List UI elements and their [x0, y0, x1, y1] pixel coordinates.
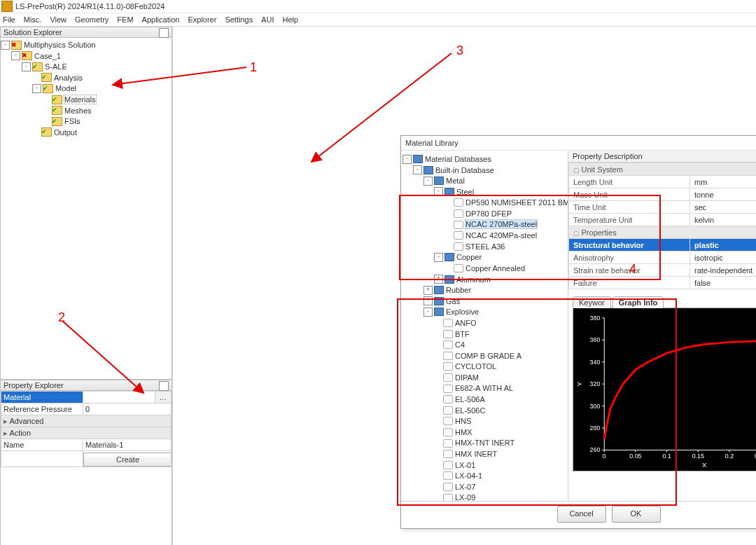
tree-toggle[interactable]: - [32, 84, 41, 93]
material-item[interactable]: CYCLOTOL [455, 362, 496, 371]
app-titlebar: LS-PrePost(R) 2024/R1(4.11.0)-08Feb2024 [0, 0, 756, 13]
material-item[interactable]: E682-A WITH AL [455, 384, 513, 392]
prop-advanced-section[interactable]: Advanced [1, 415, 172, 427]
material-item[interactable]: COMP B GRADE A [455, 351, 522, 359]
mat-gas[interactable]: Gas [446, 296, 460, 305]
material-item[interactable]: Copper Annealed [465, 264, 525, 272]
material-item[interactable]: LX-07 [455, 482, 475, 490]
folder-icon [434, 177, 444, 185]
menu-bar[interactable]: File Misc. View Geometry FEM Application… [0, 13, 756, 27]
ok-button[interactable]: OK [612, 506, 661, 523]
material-item[interactable]: DP780 DFEP [465, 209, 512, 218]
material-item[interactable]: HNS [455, 417, 471, 425]
material-tag-icon [443, 471, 453, 480]
menu-application[interactable]: Application [142, 15, 180, 24]
menu-settings[interactable]: Settings [225, 15, 253, 24]
prop-material-browse[interactable]: … [155, 392, 172, 403]
material-tag-icon [443, 428, 453, 436]
tree-sale[interactable]: S-ALE [45, 62, 67, 71]
tab-keyword[interactable]: Keywor [573, 296, 611, 308]
material-item[interactable]: LX-09 [455, 493, 475, 501]
menu-view[interactable]: View [50, 15, 66, 24]
pin-icon[interactable] [159, 381, 169, 391]
tree-materials[interactable]: Materials [64, 95, 96, 104]
mat-copper[interactable]: Copper [456, 253, 482, 261]
desc-unitsystem[interactable]: Unit System [569, 163, 757, 176]
material-item[interactable]: HMX INERT [455, 450, 497, 458]
menu-geometry[interactable]: Geometry [75, 15, 108, 24]
menu-misc[interactable]: Misc. [24, 15, 42, 24]
prop-refp-key[interactable]: Reference Pressure [1, 403, 83, 415]
menu-help[interactable]: Help [282, 15, 298, 24]
material-tag-icon [443, 352, 453, 360]
prop-material-key[interactable]: Material [1, 392, 83, 403]
material-item[interactable]: NCAC 270MPa-steel [465, 220, 537, 228]
material-tree[interactable]: -Material Databases -Built-in Database -… [401, 151, 568, 501]
tab-graph-info[interactable]: Graph Info [612, 296, 664, 308]
tree-multiphysics[interactable]: Multiphysics Solution [24, 41, 96, 49]
desc-structbehav-key[interactable]: Structural behavior [569, 239, 690, 251]
material-item[interactable]: EL-506C [455, 406, 485, 414]
material-item[interactable]: NCAC 420MPa-steel [465, 231, 537, 240]
material-library-dialog: Material Library ✕ -Material Databases -… [400, 135, 756, 529]
mat-rubber[interactable]: Rubber [446, 286, 471, 294]
material-item[interactable]: LX-01 [455, 460, 475, 469]
material-item[interactable]: ANFO [455, 319, 477, 327]
tree-fsis[interactable]: FSIs [64, 117, 80, 125]
prop-material-value[interactable] [83, 392, 155, 403]
prop-name-key[interactable]: Name [1, 439, 83, 451]
cancel-button[interactable]: Cancel [557, 506, 606, 523]
prop-action-section[interactable]: Action [1, 427, 172, 439]
app-title: LS-PrePost(R) 2024/R1(4.11.0)-08Feb2024 [15, 2, 164, 11]
svg-text:340: 340 [590, 359, 601, 366]
desc-properties[interactable]: Properties [569, 226, 757, 239]
material-item[interactable]: EL-506A [455, 395, 485, 403]
desc-failure-val: false [690, 277, 757, 289]
svg-text:X: X [702, 461, 707, 469]
prop-refp-value[interactable]: 0 [83, 403, 172, 415]
folder-icon [444, 253, 454, 261]
property-explorer-body[interactable]: Material … Reference Pressure 0 Advanced… [0, 391, 172, 545]
menu-explorer[interactable]: Explorer [188, 15, 216, 24]
mat-root[interactable]: Material Databases [425, 155, 491, 163]
mat-explosive[interactable]: Explosive [446, 308, 479, 316]
tree-toggle[interactable]: - [1, 41, 10, 50]
mat-aluminum[interactable]: Aluminum [456, 275, 491, 283]
chart-area[interactable]: 26028030032034036038000.050.10.150.20.25… [573, 308, 756, 471]
menu-aui[interactable]: AUI [261, 15, 274, 24]
material-item[interactable]: HMX [455, 427, 472, 436]
prop-name-value[interactable]: Materials-1 [83, 439, 172, 451]
menu-file[interactable]: File [3, 15, 15, 24]
mat-metal[interactable]: Metal [446, 177, 465, 185]
material-item[interactable]: DIPAM [455, 373, 479, 381]
desc-structbehav-val[interactable]: plastic [690, 239, 757, 251]
folder-icon [413, 155, 423, 163]
mat-builtin[interactable]: Built-in Database [435, 165, 494, 174]
tree-toggle[interactable]: - [22, 62, 31, 71]
property-description-grid[interactable]: Unit System Length Unitmm Mass Unittonne… [568, 163, 756, 289]
tree-analysis[interactable]: Analysis [54, 73, 83, 81]
material-item[interactable]: C4 [455, 340, 465, 349]
material-item[interactable]: HMX-TNT INERT [455, 439, 514, 447]
material-tag-icon [443, 483, 453, 491]
tree-model[interactable]: Model [55, 84, 76, 92]
tree-output[interactable]: Output [54, 127, 77, 136]
folder-icon [424, 166, 433, 174]
material-item[interactable]: BTF [455, 329, 470, 338]
create-button[interactable]: Create [83, 453, 172, 467]
material-item[interactable]: LX-04-1 [455, 471, 482, 480]
viewport[interactable]: Material Library ✕ -Material Databases -… [173, 27, 756, 545]
tree-case[interactable]: Case_1 [34, 51, 61, 60]
chart-svg: 26028030032034036038000.050.10.150.20.25… [573, 308, 756, 471]
folder-icon [444, 188, 454, 196]
pin-icon[interactable] [159, 28, 169, 38]
material-item[interactable]: STEEL A36 [465, 242, 505, 250]
mat-steel[interactable]: Steel [456, 187, 474, 195]
tree-meshes[interactable]: Meshes [64, 106, 92, 114]
menu-fem[interactable]: FEM [117, 15, 133, 24]
tree-toggle[interactable]: - [11, 51, 20, 60]
material-item[interactable]: DP590 NUMISHEET 2011 BM3 [465, 198, 568, 207]
solution-explorer-body[interactable]: -Multiphysics Solution -Case_1 -S-ALE An… [0, 38, 172, 380]
solution-explorer-title: Solution Explorer [4, 28, 62, 36]
material-tag-icon [443, 461, 453, 469]
